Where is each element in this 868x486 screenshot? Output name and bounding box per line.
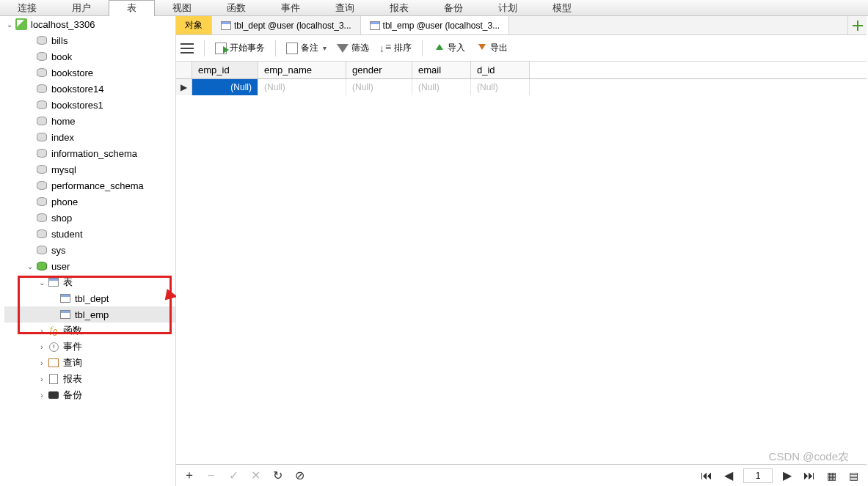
start-transaction-button[interactable]: 开始事务 <box>215 42 265 54</box>
table-icon <box>221 21 231 30</box>
clock-icon <box>47 341 60 353</box>
col-email[interactable]: email <box>412 62 471 78</box>
folder-backup[interactable]: ›备份 <box>4 387 175 403</box>
export-button[interactable]: 导出 <box>475 42 508 54</box>
db-shop[interactable]: shop <box>4 210 175 226</box>
first-page-button[interactable]: ⏮ <box>699 469 714 482</box>
twisty-icon[interactable]: › <box>37 359 47 367</box>
db-student[interactable]: student <box>4 226 175 242</box>
page-input[interactable] <box>743 468 773 483</box>
connection-node[interactable]: ⌄localhost_3306 <box>4 16 175 32</box>
db-sys[interactable]: sys <box>4 242 175 258</box>
cell[interactable]: (Null) <box>192 79 258 95</box>
db-book[interactable]: book <box>4 48 175 65</box>
cancel-button[interactable]: ✕ <box>248 468 263 482</box>
table-tbl_dept[interactable]: tbl_dept <box>4 290 175 306</box>
database-icon <box>35 115 48 127</box>
db-mysql[interactable]: mysql <box>4 161 175 177</box>
sort-button[interactable]: 排序 <box>379 42 412 54</box>
apply-button[interactable]: ✓ <box>226 468 241 482</box>
grid-header: emp_idemp_namegenderemaild_id <box>176 62 867 79</box>
twisty-icon[interactable]: › <box>37 391 47 400</box>
last-page-button[interactable]: ⏭ <box>802 469 817 482</box>
fx-icon: f0 <box>47 325 60 336</box>
db-performance_schema[interactable]: performance_schema <box>4 177 175 194</box>
sidebar: ⌄localhost_3306billsbookbookstorebooksto… <box>0 16 176 486</box>
folder-report[interactable]: ›报表 <box>4 371 175 387</box>
table-row[interactable]: ▶(Null)(Null)(Null)(Null)(Null) <box>176 79 867 95</box>
filter-button[interactable]: 筛选 <box>337 42 369 54</box>
db-bills[interactable]: bills <box>4 32 175 48</box>
db-index[interactable]: index <box>4 129 175 145</box>
cell[interactable]: (Null) <box>471 79 530 95</box>
tables-folder[interactable]: ⌄表 <box>4 274 175 290</box>
menu-视图[interactable]: 视图 <box>155 1 209 15</box>
menu-函数[interactable]: 函数 <box>209 1 263 15</box>
import-icon <box>433 43 445 54</box>
note-button[interactable]: 备注▾ <box>286 42 327 54</box>
backup-icon <box>47 389 60 401</box>
tab-tbl-dept[interactable]: tbl_dept @user (localhost_3... <box>212 16 361 34</box>
top-menu-bar: 连接用户表视图函数事件查询报表备份计划模型 <box>0 0 868 16</box>
col-emp_name[interactable]: emp_name <box>258 62 346 78</box>
tab-object[interactable]: 对象 <box>176 16 212 34</box>
tab-bar: 对象 tbl_dept @user (localhost_3... tbl_em… <box>176 16 867 35</box>
db-bookstores1[interactable]: bookstores1 <box>4 97 175 113</box>
table-tbl_emp[interactable]: tbl_emp <box>4 306 175 323</box>
form-view-button[interactable]: ▤ <box>846 470 861 482</box>
cell[interactable]: (Null) <box>346 79 412 95</box>
next-page-button[interactable]: ▶ <box>780 468 795 482</box>
twisty-icon[interactable]: ⌄ <box>4 21 15 29</box>
col-d_id[interactable]: d_id <box>471 62 530 78</box>
cell[interactable]: (Null) <box>412 79 471 95</box>
db-bookstore14[interactable]: bookstore14 <box>4 81 175 97</box>
menu-用户[interactable]: 用户 <box>54 1 109 15</box>
database-icon <box>35 34 48 46</box>
db-information_schema[interactable]: information_schema <box>4 145 175 161</box>
database-icon <box>35 260 48 272</box>
row-header-corner <box>176 62 192 78</box>
separator <box>275 40 276 56</box>
report-icon <box>47 373 60 385</box>
menu-连接[interactable]: 连接 <box>0 1 54 15</box>
grid-body[interactable]: ▶(Null)(Null)(Null)(Null)(Null) <box>176 79 867 464</box>
tab-add-button[interactable] <box>847 16 867 34</box>
db-user[interactable]: ⌄user <box>4 258 175 274</box>
stop-button[interactable]: ⊘ <box>292 468 307 482</box>
import-button[interactable]: 导入 <box>433 42 465 54</box>
twisty-icon[interactable]: ⌄ <box>25 262 35 270</box>
tab-tbl-emp[interactable]: tbl_emp @user (localhost_3... <box>361 16 510 34</box>
folder-query[interactable]: ›查询 <box>4 355 175 371</box>
twisty-icon[interactable]: ⌄ <box>37 279 47 287</box>
cell[interactable]: (Null) <box>258 79 346 95</box>
col-emp_id[interactable]: emp_id <box>192 62 258 78</box>
twisty-icon[interactable]: › <box>37 375 47 383</box>
database-icon <box>35 228 48 240</box>
database-icon <box>35 99 48 111</box>
menu-备份[interactable]: 备份 <box>426 1 481 15</box>
grid-view-button[interactable]: ▦ <box>824 470 839 482</box>
menu-计划[interactable]: 计划 <box>481 1 535 15</box>
menu-模型[interactable]: 模型 <box>535 1 589 15</box>
add-row-button[interactable]: ＋ <box>182 468 197 483</box>
db-bookstore[interactable]: bookstore <box>4 65 175 81</box>
table-icon <box>370 21 380 30</box>
twisty-icon[interactable]: › <box>37 343 47 351</box>
table-icon <box>59 309 72 320</box>
folder-clock[interactable]: ›事件 <box>4 339 175 355</box>
prev-page-button[interactable]: ◀ <box>721 468 736 482</box>
col-gender[interactable]: gender <box>346 62 412 78</box>
filter-icon <box>337 44 349 53</box>
twisty-icon[interactable]: › <box>37 327 47 335</box>
menu-查询[interactable]: 查询 <box>318 1 372 15</box>
query-icon <box>47 357 60 369</box>
menu-button[interactable] <box>180 43 194 54</box>
refresh-button[interactable]: ↻ <box>270 468 285 482</box>
db-home[interactable]: home <box>4 113 175 129</box>
folder-fx[interactable]: ›f0函数 <box>4 323 175 339</box>
menu-报表[interactable]: 报表 <box>372 1 426 15</box>
db-phone[interactable]: phone <box>4 194 175 210</box>
delete-row-button[interactable]: − <box>204 469 219 482</box>
menu-表[interactable]: 表 <box>109 0 155 16</box>
menu-事件[interactable]: 事件 <box>263 1 318 15</box>
